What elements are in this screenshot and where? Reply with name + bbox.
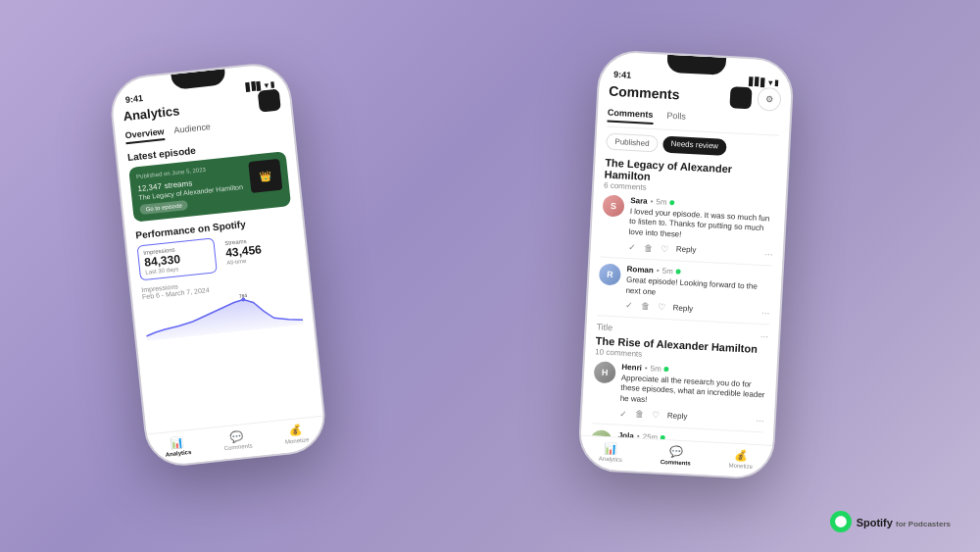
analytics-title: Analytics — [122, 103, 180, 124]
right-app-icon — [729, 86, 752, 109]
right-nav-comments[interactable]: 💬 Comments — [661, 445, 692, 467]
app-icon — [258, 89, 281, 113]
comment-roman: R Roman • 5m Great episode! Looking forw… — [598, 264, 772, 319]
left-phone-screen: 9:41 ▋▋▋ ▾ ▮ Analytics Overview Audience… — [110, 63, 326, 468]
comments-tabs: Comments Polls — [607, 108, 780, 136]
right-battery-icon: ▮ — [774, 78, 778, 87]
roman-time: 5m — [662, 267, 673, 276]
right-monetize-icon: 💰 — [734, 449, 749, 463]
comments-title: Comments — [609, 83, 680, 103]
right-status-time: 9:41 — [613, 70, 632, 80]
roman-online-dot — [676, 270, 681, 275]
right-comments-label: Comments — [661, 459, 691, 467]
right-monetize-label: Monetize — [728, 463, 753, 470]
spotify-text-block: Spotify for Podcasters — [857, 513, 951, 530]
roman-heart[interactable]: ♡ — [657, 302, 665, 312]
comment-henri-body: Henri • 5m Appreciate all the research y… — [619, 363, 767, 427]
henri-more-button[interactable]: ··· — [756, 415, 764, 426]
comments-nav-icon: 💬 — [229, 429, 244, 443]
right-analytics-icon: 📊 — [604, 442, 618, 456]
left-content: Analytics Overview Audience Latest episo… — [113, 87, 314, 342]
battery-icon: ▮ — [270, 79, 275, 88]
roman-more-button[interactable]: ··· — [761, 307, 770, 318]
analytics-nav-icon: 📊 — [170, 436, 184, 450]
spotify-icon — [834, 515, 848, 528]
crown-icon: 👑 — [259, 170, 271, 181]
right-phone-notch — [666, 55, 726, 75]
nav-monetize[interactable]: 💰 Monetize — [283, 423, 309, 444]
go-to-episode-button[interactable]: Go to episode — [139, 200, 188, 215]
streams-box: Streams 43,456 All-time — [220, 229, 298, 273]
henri-time: 5m — [650, 364, 662, 374]
avatar-sara: S — [602, 194, 624, 217]
henri-author: Henri — [621, 363, 642, 373]
sara-heart[interactable]: ♡ — [661, 243, 669, 253]
wifi-icon: ▾ — [265, 80, 270, 89]
right-comments-icon: 💬 — [668, 445, 683, 459]
spotify-brand-name: Spotify for Podcasters — [857, 517, 951, 528]
henri-reply-button[interactable]: Reply — [667, 411, 688, 421]
sara-time: 5m — [656, 197, 667, 207]
nav-comments[interactable]: 💬 Comments — [222, 428, 253, 451]
sara-more-button[interactable]: ··· — [764, 248, 773, 259]
tab-comments[interactable]: Comments — [608, 108, 654, 125]
sara-check[interactable]: ✓ — [628, 242, 637, 252]
right-phone-screen: 9:41 ▋▋▋ ▾ ▮ Comments ⚙ Comments Polls — [579, 51, 793, 478]
sara-online-dot — [669, 200, 674, 205]
pill-needs-review[interactable]: Needs review — [662, 136, 726, 156]
roman-reply-button[interactable]: Reply — [672, 303, 693, 313]
right-content: Comments ⚙ Comments Polls Published Need… — [581, 78, 792, 447]
sara-bullet: • — [650, 197, 653, 206]
right-nav-monetize[interactable]: 💰 Monetize — [728, 449, 753, 470]
spotify-circle-icon — [830, 511, 852, 532]
avatar-henri: H — [594, 361, 616, 383]
spotify-branding: Spotify for Podcasters — [830, 511, 951, 532]
henri-actions: ✓ 🗑 ♡ Reply ··· — [619, 408, 764, 427]
left-bottom-nav: 📊 Analytics 💬 Comments 💰 Monetize — [147, 416, 327, 468]
henri-online-dot — [664, 367, 669, 372]
henri-text: Appreciate all the research you do for t… — [619, 374, 765, 412]
sara-actions: ✓ 🗑 ♡ Reply ··· — [628, 241, 773, 260]
comment-roman-body: Roman • 5m Great episode! Looking forwar… — [624, 265, 771, 318]
roman-trash[interactable]: 🗑 — [640, 301, 650, 311]
impressions-box: Impressions 84,330 Last 30 days — [137, 237, 218, 280]
comment-sara: S Sara • 5m I loved your episode. It was… — [601, 194, 776, 259]
henri-heart[interactable]: ♡ — [652, 410, 661, 420]
henri-check[interactable]: ✓ — [619, 408, 628, 418]
nav-analytics[interactable]: 📊 Analytics — [164, 435, 192, 458]
pill-published[interactable]: Published — [606, 133, 659, 153]
right-phone: 9:41 ▋▋▋ ▾ ▮ Comments ⚙ Comments Polls — [577, 49, 795, 480]
monetize-nav-icon: 💰 — [288, 424, 303, 437]
right-nav-analytics[interactable]: 📊 Analytics — [599, 442, 623, 463]
right-wifi-icon: ▾ — [768, 78, 772, 87]
tab-overview[interactable]: Overview — [124, 126, 165, 144]
left-phone: 9:41 ▋▋▋ ▾ ▮ Analytics Overview Audience… — [108, 60, 329, 469]
roman-actions: ✓ 🗑 ♡ Reply ··· — [624, 300, 769, 319]
right-analytics-label: Analytics — [599, 456, 622, 463]
sara-trash[interactable]: 🗑 — [644, 242, 654, 252]
avatar-roman: R — [599, 264, 621, 286]
sara-text: I loved your episode. It was so much fun… — [628, 207, 774, 245]
tab-audience[interactable]: Audience — [173, 122, 212, 139]
analytics-nav-label: Analytics — [165, 449, 191, 458]
monetize-nav-label: Monetize — [285, 436, 310, 445]
left-status-time: 9:41 — [124, 93, 143, 105]
roman-bullet: • — [657, 267, 660, 276]
tab-polls[interactable]: Polls — [666, 111, 686, 126]
sara-author: Sara — [630, 196, 648, 206]
title-more-button[interactable]: ··· — [760, 330, 769, 341]
roman-check[interactable]: ✓ — [624, 300, 633, 310]
sara-reply-button[interactable]: Reply — [676, 245, 697, 255]
comments-nav-label: Comments — [223, 442, 252, 451]
episode-card: 👑 Published on June 5, 2023 12,347 strea… — [128, 151, 291, 223]
filter-pills: Published Needs review — [606, 133, 779, 159]
right-signal-icon: ▋▋▋ — [749, 77, 766, 87]
filter-button[interactable]: ⚙ — [757, 87, 781, 112]
roman-author: Roman — [626, 265, 654, 275]
episode-thumbnail: 👑 — [248, 159, 282, 193]
henri-bullet: • — [645, 364, 648, 373]
comment-sara-body: Sara • 5m I loved your episode. It was s… — [628, 196, 776, 260]
henri-trash[interactable]: 🗑 — [635, 409, 645, 419]
comment-henri: H Henri • 5m Appreciate all the research… — [592, 361, 767, 426]
title-label: Title — [596, 323, 612, 333]
